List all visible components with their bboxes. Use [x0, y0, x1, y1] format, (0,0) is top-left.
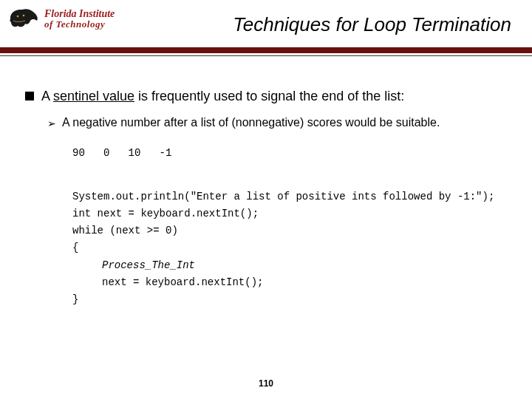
- slide: Florida Institute of Technology Techniqu…: [0, 0, 532, 399]
- svg-point-1: [23, 15, 25, 17]
- triangle-bullet-icon: ➢: [47, 117, 56, 129]
- slide-header: Florida Institute of Technology Techniqu…: [0, 0, 532, 58]
- code-line: while (next >= 0): [72, 222, 507, 239]
- code-line: int next = keyboard.nextInt();: [72, 205, 507, 222]
- code-line: Process_The_Int: [72, 257, 507, 274]
- example-numbers: 90 0 10 -1: [72, 147, 507, 159]
- main-bullet: A sentinel value is frequently used to s…: [25, 87, 507, 106]
- logo-line1: Florida Institute: [44, 9, 115, 19]
- sub-bullet: ➢ A negative number after a list of (non…: [47, 116, 507, 129]
- svg-point-0: [17, 16, 19, 18]
- logo-text: Florida Institute of Technology: [44, 9, 115, 29]
- slide-title: Techniques for Loop Termination: [233, 13, 511, 36]
- panther-icon: [7, 6, 40, 31]
- header-rule-thin: [0, 55, 532, 56]
- code-line: System.out.println("Enter a list of posi…: [72, 188, 507, 205]
- bullet-term: sentinel value: [53, 89, 134, 103]
- code-line: {: [72, 239, 507, 256]
- bullet-text: A sentinel value is frequently used to s…: [41, 87, 404, 106]
- header-rule-thick: [0, 47, 532, 53]
- code-block: System.out.println("Enter a list of posi…: [72, 188, 507, 308]
- bullet-pre: A: [41, 89, 53, 103]
- page-number: 110: [0, 378, 532, 389]
- logo-line2: of Technology: [44, 19, 115, 29]
- code-line: }: [72, 291, 507, 308]
- bullet-post: is frequently used to signal the end of …: [134, 89, 404, 103]
- logo: Florida Institute of Technology: [7, 6, 115, 31]
- sub-bullet-text: A negative number after a list of (nonne…: [62, 116, 440, 129]
- slide-body: A sentinel value is frequently used to s…: [25, 87, 507, 308]
- code-line: next = keyboard.nextInt();: [72, 274, 507, 291]
- square-bullet-icon: [25, 92, 34, 100]
